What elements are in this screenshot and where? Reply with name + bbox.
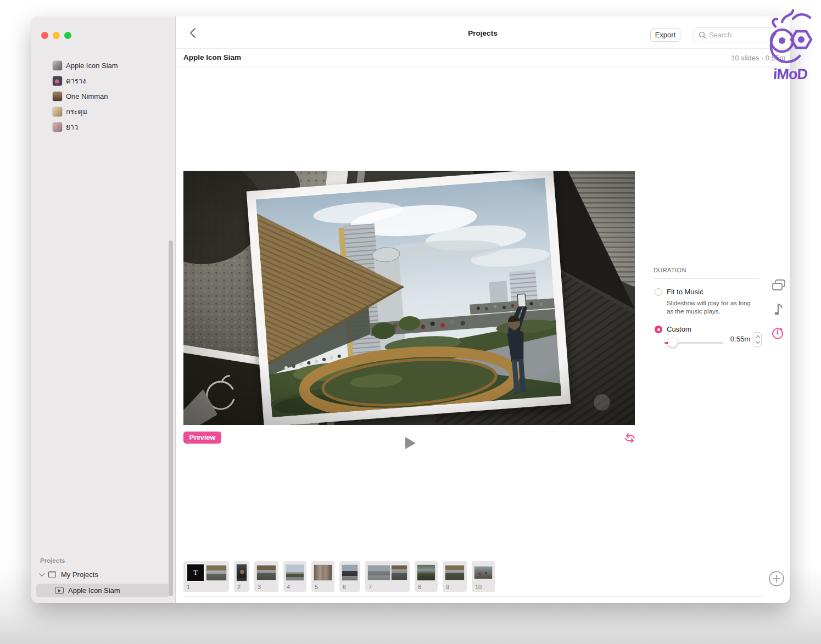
slide-number: 9 <box>446 584 464 590</box>
project-label: ยาว <box>66 121 78 133</box>
slide-number: 4 <box>287 584 304 590</box>
sidebar-item-tarang[interactable]: ตาราง <box>31 73 175 88</box>
custom-duration-radio[interactable] <box>655 326 662 333</box>
sidebar-item-one-nimman[interactable]: One Nimman <box>31 88 175 104</box>
sidebar-item-kradum[interactable]: กระดุม <box>31 104 175 119</box>
duration-value: 0:55m <box>719 335 750 343</box>
minimize-window-button[interactable] <box>53 32 60 39</box>
slideshow-icon <box>55 587 64 594</box>
duration-slider[interactable] <box>664 338 723 348</box>
slide-group-9[interactable]: 9 <box>443 561 467 592</box>
slide-group-3[interactable]: 3 <box>254 561 278 592</box>
search-icon <box>699 31 706 39</box>
project-label: Apple Icon Siam <box>66 61 118 70</box>
slide-thumbnail[interactable] <box>286 565 304 580</box>
description-line: Slideshow will play for as long <box>667 299 751 307</box>
slide-group-6[interactable]: 6 <box>339 561 360 592</box>
custom-duration-label: Custom <box>667 325 691 333</box>
duration-heading: DURATION <box>654 267 686 273</box>
selected-slide-highlight[interactable]: T <box>186 563 205 582</box>
sidebar-item-selected-project[interactable]: Apple Icon Siam <box>36 584 169 597</box>
music-button[interactable] <box>772 302 784 318</box>
slide-thumbnail[interactable] <box>257 565 276 580</box>
projects-folder-icon <box>48 571 56 578</box>
slide-thumbnail[interactable] <box>368 565 390 580</box>
slide-group-7[interactable]: 7 <box>365 561 410 592</box>
project-thumbnail-icon <box>53 61 62 70</box>
slide-thumbnail[interactable] <box>342 565 358 580</box>
loop-button[interactable] <box>624 433 636 444</box>
preview-button[interactable]: Preview <box>183 432 221 444</box>
repeat-icon <box>624 433 636 444</box>
project-thumbnail-icon <box>53 92 62 101</box>
slide-group-8[interactable]: 8 <box>415 561 438 592</box>
plus-icon <box>768 570 785 587</box>
play-button[interactable] <box>405 437 416 449</box>
slide-number: 2 <box>237 584 247 590</box>
text-slide-thumbnail[interactable]: T <box>187 564 204 581</box>
slide-number: 7 <box>368 584 407 590</box>
slide-thumbnail[interactable] <box>392 565 407 580</box>
sidebar-item-my-projects[interactable]: My Projects <box>31 568 175 580</box>
slide-number: 8 <box>418 584 435 590</box>
slide-group-10[interactable]: 10 <box>472 561 495 592</box>
slideshow-preview-canvas <box>183 171 635 425</box>
projects-section: Projects My Projects Apple Icon Siam <box>31 557 175 597</box>
slide-group-5[interactable]: 5 <box>311 561 334 592</box>
sidebar-item-yao[interactable]: ยาว <box>31 119 175 135</box>
fit-to-music-description: Slideshow will play for as long as the m… <box>667 299 751 316</box>
slide-group-4[interactable]: 4 <box>283 561 306 592</box>
project-thumbnail-icon <box>53 122 62 132</box>
zoom-window-button[interactable] <box>64 32 71 39</box>
project-label: กระดุม <box>66 106 87 117</box>
slider-thumb[interactable] <box>668 338 678 348</box>
sidebar: Apple Icon Siam ตาราง One Nimman กระดุม … <box>31 16 176 603</box>
duration-button[interactable] <box>770 326 785 342</box>
themes-icon <box>771 279 786 292</box>
slide-number: 3 <box>258 584 276 590</box>
divider <box>654 278 759 279</box>
slide-group-1[interactable]: T 1 <box>183 561 229 592</box>
search-field[interactable] <box>694 27 786 42</box>
export-button[interactable]: Export <box>650 28 680 42</box>
sidebar-scrollbar[interactable] <box>169 240 173 596</box>
sidebar-item-apple-icon-siam[interactable]: Apple Icon Siam <box>31 58 175 73</box>
description-line: as the music plays. <box>667 307 751 316</box>
music-note-icon <box>772 302 784 316</box>
fit-to-music-label: Fit to Music <box>667 288 703 296</box>
close-window-button[interactable] <box>41 32 48 39</box>
slide-number: 10 <box>475 584 492 590</box>
project-thumbnail-icon <box>53 76 62 86</box>
slide-number: 6 <box>343 584 358 590</box>
my-projects-label: My Projects <box>61 570 98 579</box>
slide-thumbnail[interactable] <box>474 567 492 579</box>
selected-project-label: Apple Icon Siam <box>68 586 120 595</box>
timer-icon <box>770 326 785 340</box>
stepper-down-icon <box>755 339 759 344</box>
slide-thumbnail[interactable] <box>417 565 435 580</box>
project-thumbnail-icon <box>53 107 62 116</box>
projects-section-header: Projects <box>31 557 175 564</box>
themes-button[interactable] <box>771 279 786 294</box>
fit-to-music-radio[interactable] <box>655 288 662 296</box>
slide-thumbnail[interactable] <box>206 565 226 580</box>
slideshow-list: Apple Icon Siam ตาราง One Nimman กระดุม … <box>31 58 175 135</box>
chevron-down-icon <box>39 570 45 576</box>
project-label: ตาราง <box>66 75 86 87</box>
slide-number: 5 <box>315 584 332 590</box>
slide-number: 1 <box>187 584 226 590</box>
toolbar: Projects Export <box>176 16 790 49</box>
duration-stepper[interactable] <box>753 332 762 347</box>
photos-slideshow-window: Apple Icon Siam ตาราง One Nimman กระดุม … <box>31 16 790 603</box>
slideshow-title-bar: Apple Icon Siam 10 slides · 0:55m <box>176 49 790 68</box>
add-slides-button[interactable] <box>768 570 785 587</box>
slideshow-preview-photo <box>183 171 635 425</box>
filmstrip: T 1 2 3 4 5 6 7 8 <box>183 561 495 592</box>
project-label: One Nimman <box>66 92 108 100</box>
search-input[interactable] <box>709 31 781 39</box>
slide-thumbnail[interactable] <box>314 565 332 580</box>
slide-thumbnail[interactable] <box>445 565 464 580</box>
divider <box>183 596 763 597</box>
slide-group-2[interactable]: 2 <box>234 561 249 592</box>
slide-thumbnail[interactable] <box>237 564 247 581</box>
